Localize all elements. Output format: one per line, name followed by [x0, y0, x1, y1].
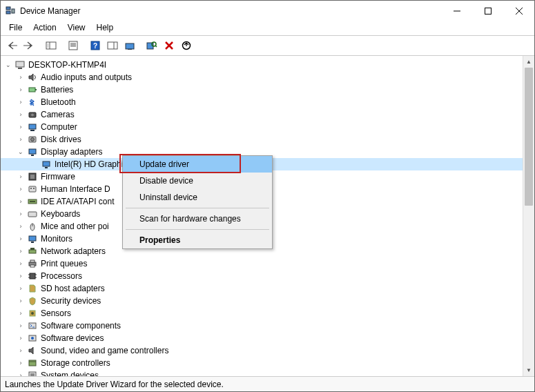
- scan-hardware-button[interactable]: [144, 37, 160, 54]
- tree-category-label: Keyboards: [41, 208, 80, 220]
- tree-category[interactable]: ›Sensors: [1, 307, 534, 320]
- svg-rect-1: [6, 11, 10, 14]
- disable-button[interactable]: [178, 37, 195, 54]
- tree-category[interactable]: ›Processors: [1, 270, 534, 282]
- tree-category-label: Processors: [41, 270, 82, 282]
- menu-help[interactable]: Help: [91, 21, 119, 35]
- window-title: Device Manager: [20, 6, 441, 16]
- svg-rect-54: [29, 236, 36, 241]
- maximize-button[interactable]: [472, 1, 503, 21]
- ctx-separator: [126, 229, 269, 230]
- chevron-right-icon[interactable]: ›: [16, 371, 26, 376]
- chevron-right-icon[interactable]: ›: [16, 72, 26, 82]
- device-icon: [41, 159, 52, 170]
- tree-category-label: Storage controllers: [41, 357, 110, 369]
- tree-category[interactable]: ›Software components: [1, 320, 534, 332]
- ctx-disable-device[interactable]: Disable device: [123, 173, 272, 189]
- chevron-down-icon[interactable]: ⌄: [16, 147, 26, 157]
- ctx-properties[interactable]: Properties: [123, 232, 272, 248]
- chevron-right-icon[interactable]: ›: [16, 122, 26, 132]
- svg-point-70: [31, 337, 34, 340]
- category-icon: [27, 370, 38, 376]
- back-button[interactable]: [3, 37, 20, 54]
- svg-rect-2: [12, 9, 14, 13]
- svg-rect-56: [29, 250, 36, 253]
- ctx-uninstall-device[interactable]: Uninstall device: [123, 189, 272, 206]
- tree-category[interactable]: ›Storage controllers: [1, 357, 534, 369]
- tree-category[interactable]: ›Disk drives: [1, 133, 534, 146]
- chevron-right-icon[interactable]: ›: [16, 321, 26, 331]
- ctx-update-driver[interactable]: Update driver: [123, 156, 272, 173]
- chevron-right-icon[interactable]: ›: [16, 346, 26, 355]
- category-icon: [27, 320, 38, 331]
- svg-rect-28: [16, 61, 24, 67]
- window-controls: [441, 1, 534, 21]
- chevron-right-icon[interactable]: ›: [16, 85, 26, 95]
- category-icon: [27, 271, 38, 282]
- tree-category[interactable]: ›Software devices: [1, 332, 534, 344]
- scroll-up-icon[interactable]: ▲: [523, 56, 534, 68]
- chevron-right-icon[interactable]: ›: [16, 209, 26, 219]
- device-tree[interactable]: ⌄ DESKTOP-KHTMP4I ›Audio inputs and outp…: [1, 56, 534, 376]
- menu-action[interactable]: Action: [28, 21, 61, 35]
- tree-category[interactable]: ›Print queues: [1, 257, 534, 270]
- chevron-right-icon[interactable]: ›: [16, 308, 26, 318]
- tree-category[interactable]: ›SD host adapters: [1, 282, 534, 295]
- tree-category[interactable]: ›Audio inputs and outputs: [1, 71, 534, 84]
- chevron-right-icon[interactable]: ›: [16, 97, 26, 107]
- show-hide-tree-button[interactable]: [43, 37, 59, 54]
- help-button[interactable]: ?: [87, 37, 104, 54]
- svg-rect-71: [29, 360, 36, 366]
- category-icon: [27, 84, 38, 95]
- tree-category-label: Batteries: [41, 84, 73, 96]
- chevron-right-icon[interactable]: ›: [16, 296, 26, 306]
- uninstall-button[interactable]: [161, 37, 177, 54]
- tree-category-label: System devices: [41, 369, 99, 376]
- scroll-down-icon[interactable]: ▼: [523, 364, 534, 376]
- close-button[interactable]: [503, 1, 534, 21]
- ctx-scan-hardware[interactable]: Scan for hardware changes: [123, 210, 272, 227]
- scrollbar[interactable]: ▲ ▼: [523, 56, 534, 376]
- properties-button[interactable]: [65, 37, 81, 54]
- tree-category[interactable]: ›Batteries: [1, 84, 534, 96]
- tree-category-label: Network adapters: [41, 245, 106, 257]
- tree-category[interactable]: ›Security devices: [1, 295, 534, 307]
- tree-category-label: Disk drives: [41, 133, 81, 146]
- chevron-right-icon[interactable]: ›: [16, 110, 26, 119]
- chevron-right-icon[interactable]: ›: [16, 222, 26, 231]
- chevron-right-icon[interactable]: ›: [16, 284, 26, 293]
- forward-button[interactable]: [21, 37, 37, 54]
- chevron-right-icon[interactable]: ›: [16, 333, 26, 343]
- chevron-right-icon[interactable]: ›: [16, 358, 26, 368]
- menu-file[interactable]: File: [3, 21, 28, 35]
- minimize-button[interactable]: [441, 1, 472, 21]
- chevron-right-icon[interactable]: ›: [16, 184, 26, 194]
- tree-category[interactable]: ›Sound, video and game controllers: [1, 344, 534, 357]
- chevron-right-icon[interactable]: ›: [16, 135, 26, 144]
- toolbar: ?: [1, 35, 534, 56]
- category-icon: [27, 97, 38, 108]
- tree-category-label: IDE ATA/ATAPI cont: [41, 195, 114, 208]
- tree-category[interactable]: ›System devices: [1, 369, 534, 376]
- tree-category-label: Software devices: [41, 332, 104, 344]
- scroll-thumb[interactable]: [525, 68, 533, 206]
- tree-root[interactable]: ⌄ DESKTOP-KHTMP4I: [1, 59, 534, 71]
- update-driver-button[interactable]: [121, 37, 138, 54]
- chevron-right-icon[interactable]: ›: [16, 172, 26, 182]
- tree-category[interactable]: ›Cameras: [1, 108, 534, 121]
- chevron-right-icon[interactable]: ›: [16, 271, 26, 281]
- svg-rect-4: [485, 8, 491, 14]
- chevron-down-icon[interactable]: ⌄: [3, 60, 13, 70]
- action-pane-button[interactable]: [104, 37, 121, 54]
- chevron-right-icon[interactable]: ›: [16, 234, 26, 244]
- chevron-right-icon[interactable]: ›: [16, 259, 26, 268]
- tree-category[interactable]: ›Bluetooth: [1, 96, 534, 108]
- tree-category-label: Sound, video and game controllers: [41, 344, 168, 357]
- tree-category[interactable]: ›Computer: [1, 121, 534, 133]
- chevron-right-icon[interactable]: ›: [16, 246, 26, 256]
- svg-rect-46: [33, 188, 35, 189]
- menu-view[interactable]: View: [62, 21, 91, 35]
- tree-category-label: Mice and other poi: [41, 220, 109, 233]
- chevron-right-icon[interactable]: ›: [16, 197, 26, 206]
- category-icon: [27, 357, 38, 369]
